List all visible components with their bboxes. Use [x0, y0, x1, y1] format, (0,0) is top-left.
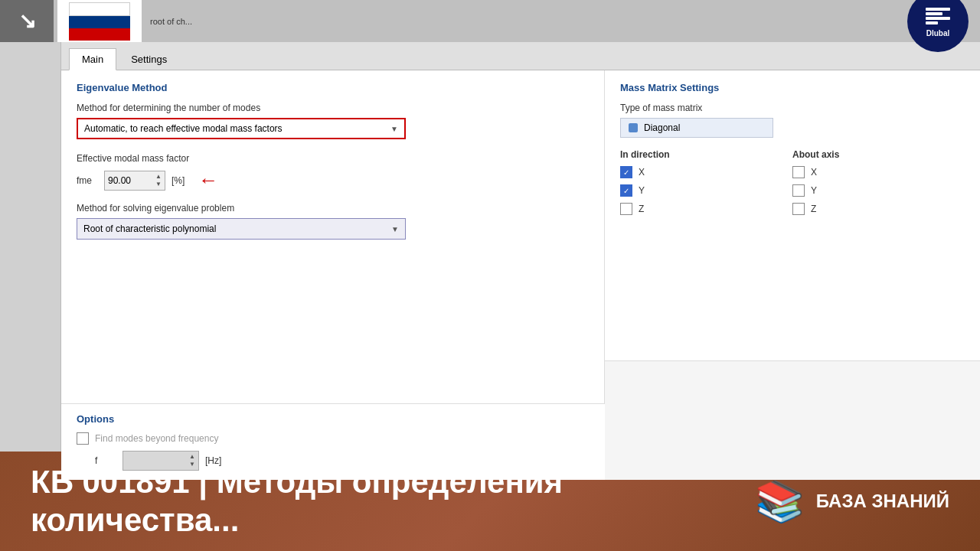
in-x-checkbox[interactable]: ✓	[620, 166, 632, 178]
in-direction-header: In direction	[620, 149, 792, 160]
banner-title: КБ 001891 | Методы определения количеств…	[31, 463, 724, 540]
about-y-checkbox[interactable]	[792, 184, 805, 197]
method-solve-value: Root of characteristic polynomial	[83, 223, 216, 234]
eigenvalue-section: Eigenvalue Method Method for determining…	[61, 70, 605, 403]
fme-field-row: fme 90.00 ▲ ▼ [%] ←	[77, 168, 589, 192]
fme-unit: [%]	[172, 175, 185, 186]
find-modes-checkbox[interactable]	[77, 432, 89, 445]
about-x-row: X	[792, 166, 965, 178]
top-bar: ↘ root of ch... Dlubal	[0, 0, 980, 42]
check-icon-y: ✓	[623, 187, 629, 195]
back-button[interactable]: ↘	[0, 0, 54, 42]
mass-type-label: Type of mass matrix	[620, 103, 965, 113]
svg-rect-1	[926, 12, 942, 15]
content-area: Main Settings Eigenvalue Method Method f…	[0, 42, 980, 452]
in-z-checkbox[interactable]	[620, 203, 632, 215]
in-direction-column: In direction ✓ X ✓	[620, 149, 792, 221]
fme-down-icon[interactable]: ▼	[155, 181, 162, 188]
fme-up-icon[interactable]: ▲	[155, 173, 162, 181]
red-arrow-icon: ←	[198, 168, 218, 192]
mass-matrix-top: Mass Matrix Settings Type of mass matrix…	[605, 70, 980, 361]
svg-rect-2	[926, 17, 950, 20]
main-panel: Main Settings Eigenvalue Method Method f…	[61, 42, 980, 452]
language-flag[interactable]	[57, 0, 142, 42]
panel-content: Eigenvalue Method Method for determining…	[61, 70, 980, 480]
knowledge-base-text: БАЗА ЗНАНИЙ	[816, 491, 949, 512]
find-modes-label: Find modes beyond frequency	[95, 433, 218, 444]
method-modes-value: Automatic, to reach effective modal mass…	[84, 123, 283, 134]
svg-rect-0	[926, 8, 950, 11]
about-x-checkbox[interactable]	[792, 166, 805, 178]
in-z-row: Z	[620, 203, 792, 215]
method-modes-label: Method for determining the number of mod…	[77, 103, 589, 113]
fme-value: 90.00	[108, 175, 131, 186]
tab-area: root of ch...	[145, 15, 980, 28]
banner-right: 📚 БАЗА ЗНАНИЙ	[755, 478, 949, 525]
in-y-row: ✓ Y	[620, 184, 792, 197]
method-solve-label: Method for solving eigenvalue problem	[77, 203, 589, 214]
solve-dropdown-arrow-icon: ▼	[391, 225, 399, 233]
fme-spinner[interactable]: ▲ ▼	[155, 173, 162, 188]
fme-input[interactable]: 90.00 ▲ ▼	[104, 171, 165, 191]
in-x-label: X	[639, 167, 645, 178]
left-sidebar	[0, 42, 61, 452]
options-title: Options	[77, 413, 590, 425]
freq-up-icon[interactable]: ▲	[189, 453, 195, 461]
modal-mass-label: Effective modal mass factor	[77, 153, 589, 164]
method-modes-dropdown[interactable]: Automatic, to reach effective modal mass…	[77, 118, 406, 139]
mass-type-text: Diagonal	[644, 122, 680, 133]
in-z-label: Z	[639, 204, 644, 214]
about-z-checkbox[interactable]	[792, 203, 805, 215]
mass-type-value-row: Diagonal	[620, 118, 773, 138]
direction-grid: In direction ✓ X ✓	[620, 149, 965, 221]
tab-main[interactable]: Main	[69, 48, 116, 70]
find-modes-row: Find modes beyond frequency	[77, 432, 590, 445]
dlubal-label: Dlubal	[926, 29, 950, 37]
russian-flag-icon	[69, 2, 130, 41]
about-x-label: X	[811, 167, 817, 178]
in-y-checkbox[interactable]: ✓	[620, 184, 632, 197]
about-axis-header: About axis	[792, 149, 965, 160]
arrow-down-right-icon: ↘	[18, 8, 36, 34]
right-section: Mass Matrix Settings Type of mass matrix…	[605, 70, 980, 480]
left-section-wrapper: Eigenvalue Method Method for determining…	[61, 70, 605, 480]
mass-section-title: Mass Matrix Settings	[620, 82, 965, 93]
eigenvalue-section-title: Eigenvalue Method	[77, 82, 589, 93]
tabs-bar: Main Settings	[61, 42, 980, 70]
in-x-row: ✓ X	[620, 166, 792, 178]
about-axis-column: About axis X Y Z	[792, 149, 965, 221]
tab-preview-label: root of ch...	[145, 15, 980, 28]
dlubal-icon	[924, 6, 952, 28]
mass-type-dot	[629, 123, 638, 132]
svg-rect-3	[926, 21, 938, 24]
method-solve-dropdown[interactable]: Root of characteristic polynomial ▼	[77, 218, 406, 240]
book-icon: 📚	[755, 478, 805, 525]
check-icon: ✓	[623, 168, 629, 177]
about-z-row: Z	[792, 203, 965, 215]
about-y-row: Y	[792, 184, 965, 197]
tab-settings[interactable]: Settings	[118, 48, 180, 70]
fme-label: fme	[77, 175, 98, 186]
modal-mass-section: Effective modal mass factor fme 90.00 ▲ …	[77, 153, 589, 192]
about-z-label: Z	[811, 204, 816, 214]
dropdown-arrow-icon: ▼	[390, 125, 398, 133]
in-y-label: Y	[639, 185, 645, 196]
about-y-label: Y	[811, 185, 817, 196]
